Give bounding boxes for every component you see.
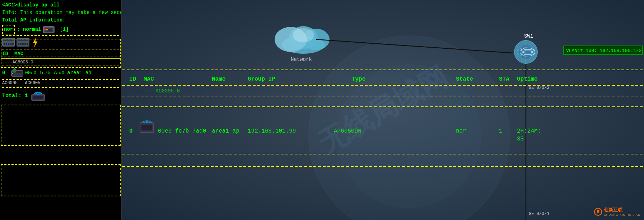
router-icon-group — [514, 40, 537, 63]
header-groupip: Group IP — [248, 76, 275, 82]
normal-label: : normal — [17, 26, 41, 33]
terminal-command: <AC1>display ap all — [2, 1, 119, 9]
total-label: Total: 1 — [2, 93, 28, 99]
ac8005-text: ----AC8005-0 — [144, 88, 180, 94]
terminal-panel: <AC1>display ap all Info: This operation… — [0, 0, 122, 220]
svg-point-57 — [597, 211, 599, 213]
ap-name: area1 ap — [67, 70, 91, 76]
svg-rect-4 — [48, 29, 52, 31]
col-mac: MAC — [14, 50, 79, 58]
ap-name-val: area1 ap — [212, 128, 239, 134]
separator-1 — [2, 35, 119, 36]
ap-sta-val: 1 — [499, 128, 503, 134]
ap-entry-row: 0 00e0-fc7b-7ad0 area1 ap — [2, 68, 119, 78]
ap-type-val: AP6050DN — [334, 128, 361, 134]
svg-rect-17 — [20, 43, 22, 45]
header-mac: MAC — [144, 76, 154, 82]
network-diagram-panel: 无线局域网 SW1 — [122, 0, 644, 220]
svg-rect-29 — [33, 96, 43, 99]
zap-icon — [31, 37, 39, 47]
device-icon-1 — [43, 25, 55, 34]
count-bracket: [1] — [60, 26, 69, 33]
ge-label-1: GE 0/0/2 — [529, 85, 550, 90]
svg-rect-6 — [3, 39, 14, 41]
logo-icon — [594, 207, 602, 216]
device-icons-row — [2, 37, 119, 47]
logo-area: 创新互联 CHUANG XIN HU LIAN — [594, 207, 640, 216]
ap-groupip-val: 192.168.101.99 — [248, 128, 296, 134]
svg-rect-55 — [141, 125, 152, 130]
svg-rect-25 — [16, 71, 22, 73]
logo-text: 创新互联 — [604, 207, 640, 213]
header-uptime: Uptime — [517, 76, 538, 82]
ap-state-val: nor — [456, 128, 466, 134]
ge-label-2: GE 0/0/1 — [529, 211, 550, 216]
terminal-info: Info: This operation may take a few seco… — [2, 9, 119, 16]
total-row: Total: 1 — [2, 89, 119, 102]
ap-total-icon — [31, 89, 45, 102]
ap-icon — [11, 68, 24, 78]
terminal-total-ap: Total AP information: — [2, 16, 119, 24]
logo-subtitle: CHUANG XIN HU LIAN — [604, 213, 640, 216]
svg-point-26 — [12, 73, 13, 74]
svg-rect-18 — [22, 43, 24, 45]
separator-3 — [2, 58, 119, 59]
ac-ref: ----AC8005-0 — [2, 60, 119, 65]
separator-6 — [2, 87, 119, 88]
svg-rect-14 — [18, 39, 28, 41]
separator-4 — [2, 66, 119, 66]
separator-2 — [2, 49, 119, 49]
ac-labels-row: AC6005 AC6605 — [2, 81, 119, 86]
network-svg: SW1 VLANif 100: 192.168.100.1/2 GE 0/0/2… — [122, 0, 644, 220]
ap-id-val: 0 — [129, 128, 133, 134]
svg-rect-11 — [10, 43, 11, 45]
switch-icon — [2, 37, 15, 47]
header-sta: STA — [499, 76, 509, 82]
ap-uptime-val2: 3S — [517, 136, 524, 142]
header-id: ID — [129, 76, 136, 82]
svg-point-38 — [293, 28, 314, 42]
svg-rect-12 — [12, 43, 14, 45]
svg-point-3 — [46, 29, 48, 30]
separator-5 — [2, 79, 119, 80]
nor-label: nor — [2, 25, 15, 34]
svg-point-28 — [37, 94, 39, 95]
svg-rect-19 — [24, 43, 26, 45]
svg-rect-9 — [6, 43, 7, 45]
switch-icon-2 — [17, 37, 29, 47]
ac6005-label: AC6005 — [2, 81, 18, 86]
svg-rect-16 — [18, 43, 19, 45]
ap-uptime-val: 2H:24M: — [517, 128, 541, 134]
network-label: Network — [291, 57, 312, 62]
svg-rect-10 — [8, 43, 9, 45]
header-name: Name — [212, 76, 225, 82]
svg-rect-8 — [4, 43, 5, 45]
vlanif-text: VLANif 100: 192.168.100.1/2 — [566, 48, 642, 53]
table-header-row: ID MAC — [2, 50, 119, 58]
svg-rect-20 — [27, 43, 28, 45]
svg-point-23 — [13, 69, 16, 72]
ap-mac: 00e0-fc7b-7ad0 — [25, 70, 64, 76]
header-type: Type — [352, 76, 365, 82]
nor-row: nor : normal [1] — [2, 25, 119, 34]
ac6605-label: AC6605 — [25, 81, 40, 86]
svg-point-2 — [45, 29, 46, 30]
svg-marker-21 — [33, 38, 37, 47]
ap-data-icon — [140, 121, 154, 133]
sw1-text: SW1 — [524, 33, 533, 39]
svg-point-54 — [146, 122, 148, 123]
ap-id: 0 — [2, 70, 9, 76]
svg-point-32 — [337, 64, 481, 208]
header-state: State — [456, 76, 473, 82]
col-id: ID — [2, 50, 12, 58]
ap-mac-val: 00e0-fc7b-7ad0 — [158, 128, 206, 134]
